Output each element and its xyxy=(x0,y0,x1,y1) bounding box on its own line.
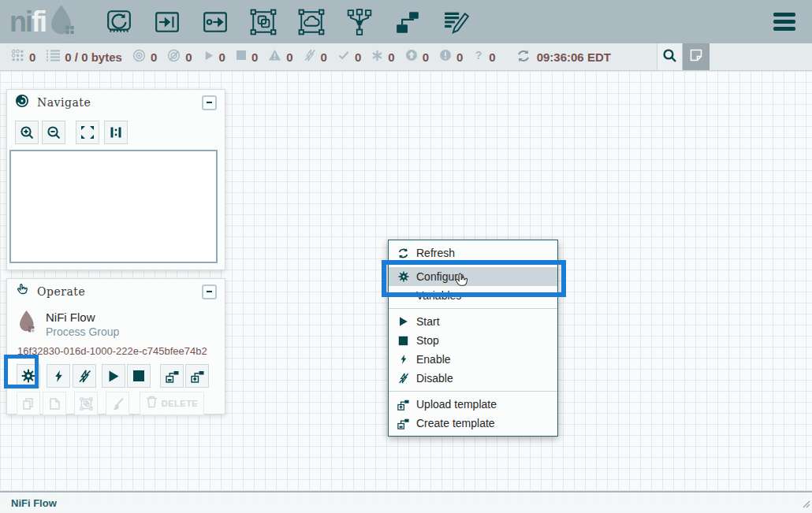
flow-status-counts: 0 0 / 0 bytes 0 0 xyxy=(11,43,496,70)
template-icon[interactable] xyxy=(393,8,422,36)
menu-item-refresh[interactable]: Refresh xyxy=(389,243,557,262)
menu-item-label: Refresh xyxy=(416,247,455,259)
not-transmitting-count: 0 xyxy=(185,50,192,64)
gear-icon xyxy=(397,271,410,282)
locally-modified-and-stale-icon xyxy=(439,49,452,65)
breadcrumb[interactable]: NiFi Flow xyxy=(11,497,57,509)
processor-icon[interactable] xyxy=(105,8,133,36)
running-icon xyxy=(203,50,214,65)
menu-item-upload-template[interactable]: Upload template xyxy=(389,395,557,414)
active-threads-count: 0 xyxy=(29,50,35,64)
active-threads-stat: 0 xyxy=(11,49,35,65)
up-to-date-count: 0 xyxy=(355,50,361,64)
menu-item-disable[interactable]: Disable xyxy=(389,369,557,388)
collapse-operate-button[interactable] xyxy=(202,284,217,299)
zoom-out-button[interactable] xyxy=(42,121,65,144)
menu-item-configure[interactable]: Configure xyxy=(389,267,557,286)
sync-failure-stat: ? 0 xyxy=(473,49,495,65)
search-button[interactable] xyxy=(657,43,682,70)
stale-count: 0 xyxy=(423,50,429,64)
group-button[interactable] xyxy=(74,392,98,415)
resize-grip-icon[interactable] xyxy=(801,497,810,511)
play-icon xyxy=(397,316,410,327)
disable-button[interactable] xyxy=(73,364,96,388)
running-count: 0 xyxy=(219,50,225,64)
search-icon xyxy=(662,48,677,66)
selected-component-id: 16f32830-016d-1000-222e-c745bfee74b2 xyxy=(7,339,225,357)
upload-template-button[interactable] xyxy=(185,364,209,388)
stop-button[interactable] xyxy=(127,364,151,388)
invalid-count: 0 xyxy=(286,50,292,64)
start-button[interactable] xyxy=(102,364,125,388)
menu-item-label: Variables xyxy=(416,289,461,302)
running-stat: 0 xyxy=(203,50,225,65)
operate-actions-row-2: DELETE xyxy=(7,388,225,415)
process-group-icon[interactable] xyxy=(249,8,277,36)
enable-button[interactable] xyxy=(47,364,70,388)
nifi-logo: nifi xyxy=(9,2,78,42)
zoom-in-button[interactable] xyxy=(15,121,39,144)
copy-button[interactable] xyxy=(17,392,40,415)
output-port-icon[interactable] xyxy=(201,8,229,36)
statusbar-buttons xyxy=(657,43,710,70)
paste-button[interactable] xyxy=(43,392,66,415)
disabled-icon xyxy=(304,49,316,65)
menu-item-create-template[interactable]: Create template xyxy=(389,414,557,433)
menu-item-enable[interactable]: Enable xyxy=(389,350,557,369)
operate-actions-row-1 xyxy=(7,357,225,388)
delete-button[interactable]: DELETE xyxy=(140,392,204,415)
input-port-icon[interactable] xyxy=(153,8,181,36)
invalid-icon xyxy=(268,49,281,65)
menu-item-stop[interactable]: Stop xyxy=(389,331,557,350)
selected-component-type: Process Group xyxy=(46,325,119,338)
stopped-count: 0 xyxy=(251,50,258,64)
menu-item-variables[interactable]: Variables xyxy=(389,286,557,305)
menu-item-label: Upload template xyxy=(416,398,497,411)
transmitting-stat: 0 xyxy=(132,49,157,65)
new-note-button[interactable] xyxy=(682,43,710,70)
birdseye-view[interactable] xyxy=(9,150,218,263)
svg-text:?: ? xyxy=(475,49,482,61)
collapse-navigate-button[interactable] xyxy=(202,95,217,110)
hamburger-icon[interactable] xyxy=(773,12,796,32)
operate-panel-header: Operate xyxy=(7,279,225,304)
context-menu: Refresh Configure Variables Start xyxy=(388,240,558,437)
navigate-panel-title: Navigate xyxy=(37,96,91,109)
configuration-button[interactable] xyxy=(17,364,40,388)
remote-process-group-icon[interactable] xyxy=(297,8,326,36)
active-threads-icon xyxy=(11,49,24,65)
queued-icon xyxy=(46,49,60,65)
stale-stat: 0 xyxy=(405,49,429,65)
compass-icon xyxy=(15,94,29,111)
process-group-drop-icon xyxy=(17,309,37,339)
funnel-icon[interactable] xyxy=(345,8,374,36)
selected-component: NiFi Flow Process Group xyxy=(7,304,225,339)
label-icon[interactable] xyxy=(441,8,470,36)
component-toolbar xyxy=(105,8,470,36)
menu-divider xyxy=(389,391,557,392)
locally-modified-count: 0 xyxy=(388,50,394,64)
create-template-icon xyxy=(397,418,410,429)
transmitting-count: 0 xyxy=(151,50,157,64)
menu-item-start[interactable]: Start xyxy=(389,312,557,331)
create-template-button[interactable] xyxy=(160,364,184,388)
refresh-icon[interactable] xyxy=(516,49,531,65)
invalid-stat: 0 xyxy=(268,49,292,65)
locally-modified-and-stale-stat: 0 xyxy=(439,49,463,65)
sync-failure-count: 0 xyxy=(489,50,495,64)
navigate-panel: Navigate xyxy=(6,89,225,270)
disabled-count: 0 xyxy=(321,50,327,64)
menu-item-label: Start xyxy=(416,315,440,328)
sync-failure-icon: ? xyxy=(473,49,484,65)
logo-text-ni: ni xyxy=(9,8,32,36)
operate-panel-title: Operate xyxy=(37,285,85,298)
up-to-date-stat: 0 xyxy=(337,49,361,65)
actual-size-button[interactable] xyxy=(104,121,128,144)
fit-button[interactable] xyxy=(76,121,99,144)
sticky-note-icon xyxy=(689,48,703,65)
last-refreshed: 09:36:06 EDT xyxy=(516,43,611,70)
color-button[interactable] xyxy=(106,392,129,415)
nifi-drop-icon xyxy=(47,4,78,42)
locally-modified-and-stale-count: 0 xyxy=(456,50,463,64)
hand-pointer-icon xyxy=(15,283,29,300)
